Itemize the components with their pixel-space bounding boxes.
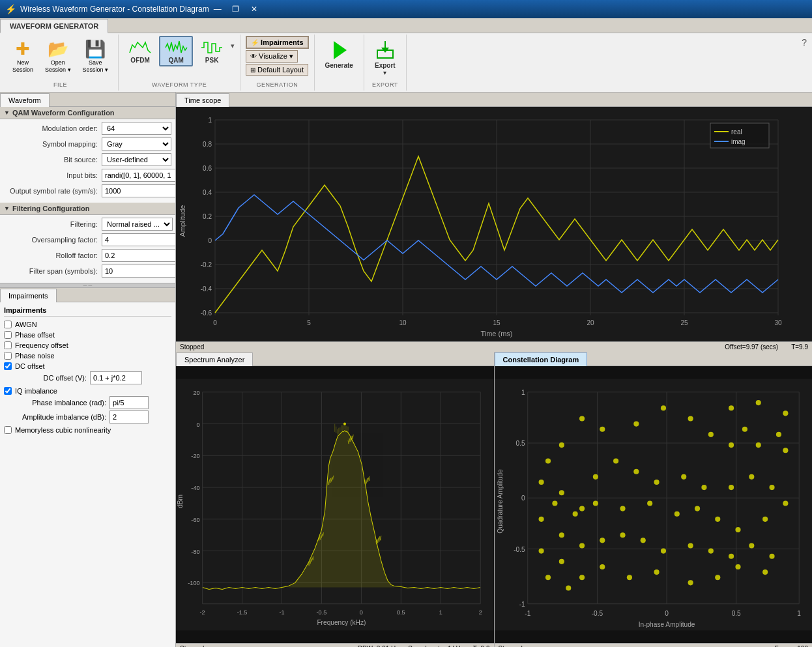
memoryless-checkbox[interactable] — [4, 426, 12, 434]
filtering-label: Filtering: — [4, 220, 102, 228]
time-scope-t: T=9.9 — [791, 343, 808, 351]
generate-button[interactable]: Generate — [320, 36, 358, 82]
constellation-point — [769, 554, 774, 559]
symbol-mapping-select[interactable]: Gray — [102, 137, 171, 151]
panel-divider[interactable]: ─ ─ — [0, 283, 175, 288]
open-session-button[interactable]: 📂 OpenSession ▾ — [40, 36, 76, 77]
window-title: Wireless Waveform Generator - Constellat… — [20, 5, 209, 14]
svg-text:-0.5: -0.5 — [514, 546, 525, 553]
svg-text:-1: -1 — [525, 610, 530, 617]
right-panel: Time scope — [176, 93, 812, 647]
svg-text:-0.5: -0.5 — [317, 609, 327, 616]
filtering-row: Filtering: Normal raised ... — [4, 218, 171, 231]
frequency-offset-checkbox[interactable] — [4, 341, 12, 349]
close-button[interactable]: ✕ — [246, 3, 263, 15]
qam-button[interactable]: QAM — [159, 36, 193, 66]
constellation-tab[interactable]: Constellation Diagram — [495, 352, 588, 366]
dc-offset-checkbox[interactable] — [4, 362, 12, 370]
svg-marker-0 — [334, 41, 347, 59]
default-layout-button[interactable]: ⊞ Default Layout — [246, 64, 308, 76]
oversampling-field[interactable] — [102, 233, 175, 246]
constellation-tab-bar: Constellation Diagram — [495, 352, 813, 366]
svg-text:20: 20 — [587, 319, 594, 326]
amplitude-imbalance-label: Amplitude imbalance (dB): — [18, 413, 109, 421]
svg-text:0.5: 0.5 — [397, 609, 405, 616]
time-scope-area: Time scope — [176, 93, 812, 352]
ribbon-tab-waveform-generator[interactable]: WAVEFORM GENERATOR — [0, 19, 108, 33]
constellation-point — [600, 564, 605, 569]
constellation-point — [579, 543, 585, 548]
phase-noise-checkbox[interactable] — [4, 352, 12, 360]
visualize-button[interactable]: 👁 Visualize ▾ — [246, 50, 298, 63]
filter-span-field[interactable] — [102, 265, 175, 278]
output-symbol-rate-field[interactable] — [102, 184, 175, 197]
constellation-status-bar: Stopped Frame=100 — [495, 643, 813, 647]
svg-text:Quadrature Amplitude: Quadrature Amplitude — [497, 469, 504, 534]
save-session-button[interactable]: 💾 SaveSession ▾ — [78, 36, 113, 77]
spectrum-tab[interactable]: Spectrum Analyzer — [176, 352, 253, 366]
amplitude-imbalance-field[interactable] — [109, 410, 149, 424]
svg-text:-1: -1 — [519, 601, 525, 608]
filtering-config-header: ▼ Filtering Configuration — [0, 203, 175, 215]
rolloff-field[interactable] — [102, 249, 175, 262]
frequency-offset-label: Frequency offset — [15, 341, 68, 349]
oversampling-label: Oversampling factor: — [4, 236, 102, 244]
bit-source-label: Bit source: — [4, 156, 102, 164]
spectrum-area: Spectrum Analyzer — [176, 352, 495, 647]
ofdm-button[interactable]: OFDM — [124, 36, 156, 66]
svg-text:-80: -80 — [191, 549, 199, 555]
waveform-type-label: WAVEFORM TYPE — [152, 81, 207, 88]
constellation-point — [735, 564, 740, 569]
ribbon-group-generate: Generate — [315, 35, 364, 91]
svg-text:25: 25 — [680, 319, 688, 326]
constellation-point — [701, 485, 706, 490]
svg-text:-1.5: -1.5 — [237, 609, 248, 616]
new-session-button[interactable]: ✚ NewSession — [8, 36, 38, 77]
filtering-toggle-icon[interactable]: ▼ — [4, 205, 10, 212]
constellation-point — [620, 506, 625, 511]
constellation-point — [783, 448, 788, 453]
output-symbol-rate-row: Output symbol rate (sym/s): — [4, 184, 171, 197]
bit-source-select[interactable]: User-defined — [102, 153, 171, 166]
input-bits-field[interactable] — [102, 169, 175, 182]
iq-imbalance-checkbox[interactable] — [4, 387, 12, 395]
ribbon-group-export: Export ▾ EXPORT — [364, 35, 407, 91]
constellation-point — [729, 554, 734, 559]
impairments-button[interactable]: ⚡ Impairments — [246, 36, 308, 49]
phase-imbalance-field[interactable] — [109, 396, 149, 409]
iq-imbalance-row: IQ imbalance — [4, 387, 171, 395]
constellation-point — [729, 405, 734, 410]
awgn-checkbox[interactable] — [4, 321, 12, 328]
constellation-point — [674, 511, 679, 517]
dc-offset-v-field[interactable] — [90, 371, 142, 384]
filtering-select[interactable]: Normal raised ... — [102, 218, 173, 231]
constellation-point — [660, 549, 665, 554]
qam-toggle-icon[interactable]: ▼ — [4, 109, 10, 116]
phase-noise-row: Phase noise — [4, 352, 171, 360]
waveform-type-dropdown[interactable]: ▾ — [231, 42, 235, 61]
help-button[interactable]: ? — [802, 37, 807, 48]
phase-offset-checkbox[interactable] — [4, 331, 12, 339]
constellation-point — [715, 517, 720, 522]
constellation-point — [579, 416, 585, 421]
constellation-point — [749, 543, 754, 548]
constellation-point — [735, 527, 740, 532]
constellation-point — [762, 569, 768, 575]
time-scope-tab[interactable]: Time scope — [176, 93, 229, 107]
minimize-button[interactable]: — — [209, 3, 226, 15]
memoryless-row: Memoryless cubic nonlinearity — [4, 426, 171, 434]
rolloff-label: Rolloff factor: — [4, 252, 102, 259]
spectrum-status-bar: Stopped RBW=3.91 Hz Sample rate=4 kHz T=… — [176, 643, 494, 647]
panel-tab-impairments[interactable]: Impairments — [0, 289, 57, 302]
psk-button[interactable]: PSK — [196, 36, 228, 66]
panel-tab-waveform[interactable]: Waveform — [0, 93, 50, 107]
modulation-order-row: Modulation order: 64 — [4, 122, 171, 135]
constellation-point — [545, 458, 550, 463]
constellation-point — [783, 500, 788, 506]
svg-text:Amplitude: Amplitude — [179, 205, 186, 237]
constellation-point — [538, 480, 544, 485]
restore-button[interactable]: ❐ — [227, 3, 244, 15]
waveform-panel: Waveform ▼ QAM Waveform Configuration Mo… — [0, 93, 175, 647]
constellation-point — [579, 575, 585, 580]
modulation-order-select[interactable]: 64 — [102, 122, 171, 135]
